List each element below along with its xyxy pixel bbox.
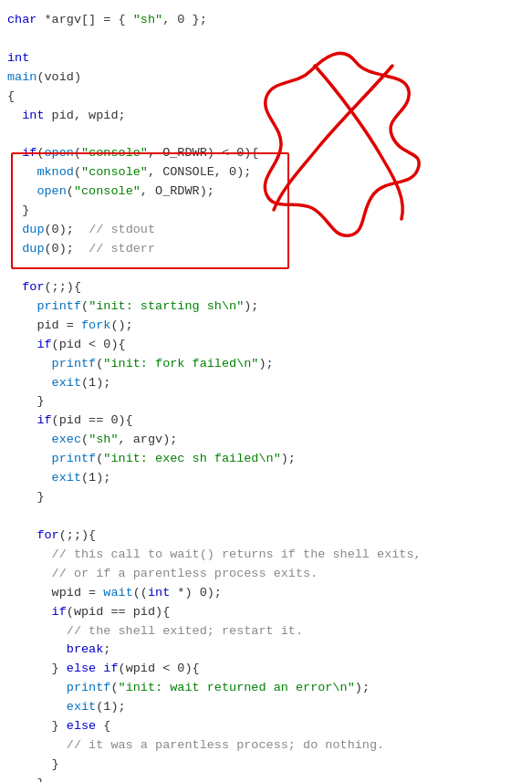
code-token: open [45,146,74,160]
code-line: int [7,49,525,68]
code-token: int [22,109,44,122]
code-token: else [67,662,96,675]
code-token: if [103,662,118,675]
code-line: } [7,488,525,507]
code-token: (pid == 0){ [52,413,133,427]
code-token: else [67,719,96,733]
code-token: if [52,605,67,619]
code-token: ); [281,452,296,465]
code-token: // this call to wait() returns if the sh… [52,547,422,561]
code-token [7,357,52,370]
code-token [7,528,37,542]
code-token: if [22,146,37,160]
code-token: printf [67,681,111,694]
code-token: , O_RDWR); [141,184,214,198]
code-line: // the shell exited; restart it. [7,622,525,641]
code-token [7,567,52,580]
code-token: (0); [45,242,89,255]
code-token: (pid < 0){ [52,338,126,351]
code-token [7,452,52,465]
code-token: { [96,719,110,733]
code-line: } [7,775,525,782]
code-token: , O_RDWR) < 0){ [148,146,259,160]
code-line: printf("init: exec sh failed\n"); [7,450,525,469]
code-line: if(open("console", O_RDWR) < 0){ [7,144,525,163]
code-line: main(void) [7,68,525,88]
code-line: pid = fork(); [7,317,525,336]
code-line: dup(0); // stderr [7,240,525,259]
code-token: } [7,662,67,675]
code-token: // the shell exited; restart it. [67,624,303,638]
code-token: dup [22,223,44,236]
code-line: { [7,88,525,107]
code-token [7,642,67,656]
code-token: // or if a parentless process exits. [52,567,318,580]
code-token: "sh" [133,13,162,26]
code-line: for(;;){ [7,278,525,297]
code-line: } else { [7,717,525,736]
code-token: ( [81,433,89,446]
code-token [7,223,22,236]
code-token: } [7,777,45,782]
code-line: if(pid < 0){ [7,336,525,355]
code-token [7,146,22,160]
code-token: main [7,70,37,84]
code-line: exec("sh", argv); [7,431,525,450]
code-token: ); [258,357,273,370]
code-line [7,126,525,145]
code-token: } [7,757,59,771]
code-line: char *argv[] = { "sh", 0 }; [7,11,525,30]
code-token [7,109,22,122]
code-token: } [7,203,29,217]
code-token: (); [110,318,132,332]
code-token: , 0 }; [162,13,207,26]
code-token: int [7,51,29,65]
code-token [7,738,67,752]
code-token: , CONSOLE, 0); [148,165,251,179]
code-token: ( [37,146,44,160]
code-token: exec [52,433,81,446]
code-line: printf("init: fork failed\n"); [7,355,525,374]
code-token: printf [52,357,97,370]
code-token: // it was a parentless process; do nothi… [67,738,384,752]
code-token: (( [133,586,148,600]
code-line: } [7,202,525,221]
code-token: int [148,586,170,600]
code-line: mknod("console", CONSOLE, 0); [7,163,525,182]
code-token [7,624,67,638]
code-token: exit [52,376,81,390]
code-token: open [37,184,66,198]
code-token: for [37,528,58,542]
code-line: exit(1); [7,374,525,393]
code-token [7,681,67,694]
code-token: (;;){ [59,528,97,542]
code-token: (;;){ [45,280,82,294]
code-line: printf("init: wait returned an error\n")… [7,679,525,698]
code-token: printf [37,299,81,313]
code-token: "console" [81,165,148,179]
code-token: // stderr [89,242,155,255]
code-token: ; [103,642,110,656]
code-token [7,700,67,714]
code-token: , argv); [119,433,178,446]
code-token: } [7,490,45,504]
code-token: mknod [37,165,74,179]
code-token: // stdout [89,223,155,236]
code-token: { [7,89,15,103]
code-token: ); [355,681,370,694]
code-token: ( [74,165,81,179]
code-token: pid, wpid; [45,109,126,122]
code-token: "init: exec sh failed\n" [103,452,280,465]
code-token: (1); [81,376,110,390]
code-token: (0); [45,223,89,236]
code-token: ( [110,681,118,694]
code-line: } [7,392,525,412]
code-token [7,184,37,198]
code-token: printf [52,452,97,465]
code-line: } else if(wpid < 0){ [7,660,525,679]
code-line: exit(1); [7,469,525,488]
code-line: exit(1); [7,698,525,717]
code-token: wpid = [7,586,103,600]
code-token: dup [22,242,44,255]
code-token: "console" [74,184,141,198]
